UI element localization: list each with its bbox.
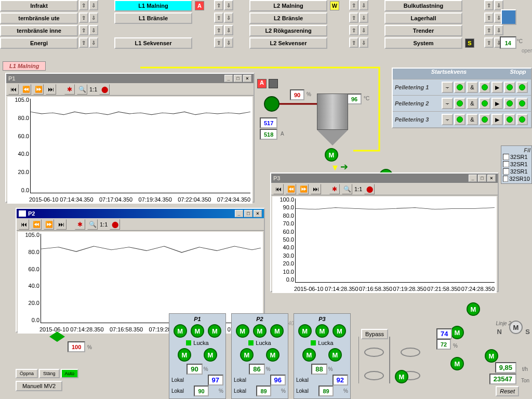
chart-tool-icon[interactable]: ✱ — [75, 219, 85, 230]
home-icon[interactable] — [501, 9, 516, 25]
arrow-up-icon[interactable]: ⇧ — [484, 37, 494, 48]
valve-icon[interactable] — [264, 96, 280, 112]
motor-right2[interactable]: M — [467, 302, 480, 316]
arrow-up-icon[interactable]: ⇧ — [349, 25, 358, 35]
stop-icon[interactable]: ⬤ — [364, 184, 375, 194]
nav-bulkutlastning[interactable]: Bulkutlastning — [384, 0, 462, 11]
trend-plot-p2[interactable]: 105.080.060.040.020.00.0 2015-06-10 07:1… — [18, 232, 263, 334]
p1-lokal[interactable]: 97 — [208, 375, 223, 385]
p2-lokal2[interactable]: 89 — [256, 385, 271, 396]
first-icon[interactable]: ⏮ — [19, 219, 29, 230]
motor-p1-3[interactable]: M — [208, 324, 221, 338]
rewind-icon[interactable]: ⏪ — [21, 84, 31, 95]
p1-lokal2[interactable]: 90 — [194, 385, 208, 396]
stop-icon[interactable]: ⬤ — [99, 84, 110, 95]
arrow-up-icon[interactable]: ⇧ — [349, 0, 358, 10]
motor-conveyor3[interactable]: M — [450, 357, 464, 370]
motor-p2-2[interactable]: M — [253, 324, 267, 338]
arrow-up-icon[interactable]: ⇧ — [79, 25, 88, 35]
nav-system[interactable]: System — [384, 37, 462, 49]
pellet-start-icon[interactable] — [454, 98, 466, 109]
arrow-dn-icon[interactable]: ⇩ — [89, 37, 98, 48]
motor-p3-3[interactable]: M — [332, 324, 346, 338]
val-985[interactable]: 9,85 — [495, 362, 516, 373]
setpoint-90[interactable]: 90 — [290, 89, 304, 100]
minimize-icon[interactable]: _ — [224, 75, 233, 82]
motor-hopper[interactable]: M — [325, 148, 338, 162]
filter-item[interactable]: 32SR1 — [502, 153, 530, 161]
filter-item[interactable]: 32SR1 — [502, 161, 530, 168]
motor-right1[interactable]: M — [485, 349, 498, 363]
nav-l1-bransle[interactable]: L1 Bränsle — [114, 12, 192, 24]
pellet-and-icon[interactable]: & — [467, 114, 478, 125]
arrow-dn-icon[interactable]: ⇩ — [224, 12, 233, 23]
arrow-up-icon[interactable]: ⇧ — [214, 0, 223, 10]
pellet-seq-icon[interactable]: ⫟ — [442, 98, 453, 109]
pellet-play-icon[interactable]: ▶ — [491, 114, 503, 125]
pellet-stop2-icon[interactable] — [516, 98, 528, 109]
p2-pct[interactable]: 86 — [249, 364, 264, 375]
motor-p3-5[interactable]: M — [328, 348, 342, 362]
rewind-icon[interactable]: ⏪ — [286, 184, 296, 194]
first-icon[interactable]: ⏮ — [8, 84, 19, 95]
zoom-icon[interactable]: 🔍 — [87, 219, 98, 230]
current-517[interactable]: 517 — [260, 117, 277, 128]
pellet-stop1-icon[interactable] — [504, 98, 515, 109]
arrow-dn-icon[interactable]: ⇩ — [359, 0, 368, 10]
arrow-up-icon[interactable]: ⇧ — [484, 25, 494, 35]
nav-l2-rokgasrening[interactable]: L2 Rökgasrening — [249, 25, 327, 36]
last-icon[interactable]: ⏭ — [311, 184, 321, 194]
arrow-dn-icon[interactable]: ⇩ — [494, 25, 503, 35]
rewind-icon[interactable]: ⏪ — [31, 219, 42, 230]
pellet-start2-icon[interactable] — [479, 114, 490, 125]
arrow-dn-icon[interactable]: ⇩ — [89, 0, 98, 10]
motor-p1-5[interactable]: M — [204, 348, 217, 362]
pellet-start2-icon[interactable] — [479, 82, 490, 93]
motor-conveyor1[interactable]: M — [395, 370, 408, 383]
pellet-stop1-icon[interactable] — [504, 82, 515, 93]
forward-icon[interactable]: ⏩ — [44, 219, 54, 230]
motor-p2-1[interactable]: M — [236, 324, 249, 338]
reset-button[interactable]: Reset — [496, 386, 519, 396]
arrow-up-icon[interactable]: ⇧ — [214, 12, 223, 23]
motor-p2-3[interactable]: M — [270, 324, 284, 338]
motor-p3-1[interactable]: M — [298, 324, 312, 338]
arrow-up-icon[interactable]: ⇧ — [349, 12, 358, 23]
nav-l1-malning[interactable]: L1 Malning — [114, 0, 192, 11]
close-icon[interactable]: × — [243, 75, 251, 82]
stop-icon[interactable]: ⬤ — [110, 219, 120, 230]
nav-l2-sekvenser[interactable]: L2 Sekvenser — [249, 37, 327, 49]
arrow-dn-icon[interactable]: ⇩ — [89, 25, 98, 35]
val-72[interactable]: 72 — [436, 339, 451, 350]
maximize-icon[interactable]: □ — [244, 210, 252, 217]
p3-lokal[interactable]: 92 — [332, 375, 348, 385]
pellet-start-icon[interactable] — [454, 114, 466, 125]
chart-tool-icon[interactable]: ✱ — [64, 84, 75, 95]
last-icon[interactable]: ⏭ — [56, 219, 66, 230]
nav-ternbransle-ute[interactable]: ternbränsle ute — [0, 12, 78, 24]
nav-trender[interactable]: Trender — [384, 25, 462, 36]
pellet-start2-icon[interactable] — [479, 98, 490, 109]
chart-tool-icon[interactable]: ✱ — [329, 184, 340, 194]
val-23547[interactable]: 23547 — [489, 374, 516, 384]
p1-pct[interactable]: 90 — [187, 364, 202, 375]
arrow-up-icon[interactable]: ⇧ — [214, 37, 223, 48]
arrow-up-icon[interactable]: ⇧ — [349, 37, 358, 48]
arrow-dn-icon[interactable]: ⇩ — [359, 12, 368, 23]
forward-icon[interactable]: ⏩ — [298, 184, 309, 194]
pellet-stop1-icon[interactable] — [504, 114, 515, 125]
filter-item[interactable]: 32SR10 — [502, 175, 530, 182]
close-icon[interactable]: × — [254, 210, 262, 217]
pellet-and-icon[interactable]: & — [467, 82, 478, 93]
trend-title-p3[interactable]: P3 _ □ × — [271, 174, 498, 183]
motor-p1-1[interactable]: M — [174, 324, 187, 338]
motor-p3-2[interactable]: M — [315, 324, 329, 338]
p2-lokal[interactable]: 96 — [270, 375, 286, 385]
nav-l1-sekvenser[interactable]: L1 Sekvenser — [114, 37, 192, 49]
oppna-button[interactable]: Öppna — [16, 369, 38, 378]
nav-l2-malning[interactable]: L2 Malning — [249, 0, 327, 11]
valve-pct-100[interactable]: 100 — [68, 341, 85, 352]
arrow-up-icon[interactable]: ⇧ — [484, 0, 494, 10]
last-icon[interactable]: ⏭ — [46, 84, 56, 95]
trend-plot-p1[interactable]: 105.080.060.040.020.00.0 2015-06-10 07:1… — [7, 97, 252, 204]
